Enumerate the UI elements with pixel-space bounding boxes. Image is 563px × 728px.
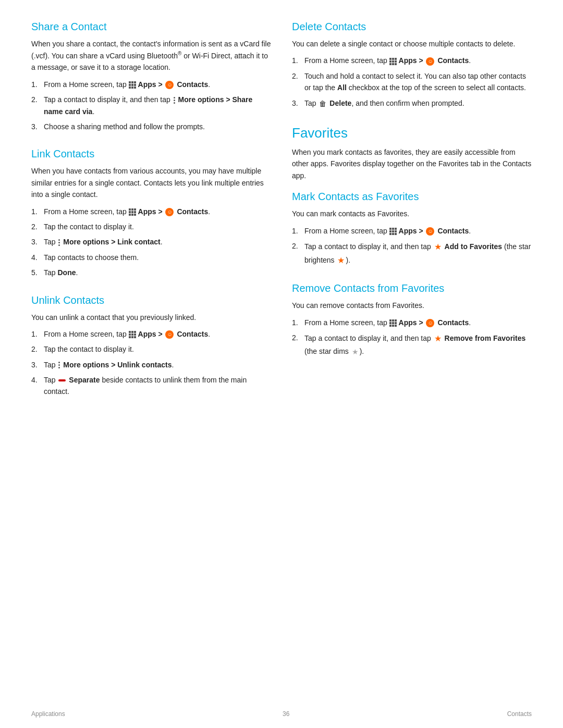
share-contact-intro: When you share a contact, the contact's … (31, 38, 271, 73)
share-step-3: 3. Choose a sharing method and follow th… (31, 121, 271, 132)
contacts-icon: ☺ (165, 330, 174, 339)
link-contacts-title: Link Contacts (31, 148, 271, 160)
apps-icon (129, 331, 136, 338)
unlink-contacts-intro: You can unlink a contact that you previo… (31, 312, 271, 323)
share-contact-section: Share a Contact When you share a contact… (31, 21, 271, 132)
footer-right: Contacts (507, 710, 532, 718)
apps-icon (389, 228, 397, 235)
unlink-step-4: 4. Tap Separate beside contacts to unlin… (31, 374, 271, 398)
link-step-4: 4. Tap contacts to choose them. (31, 252, 271, 263)
share-contact-title: Share a Contact (31, 21, 271, 33)
trash-icon: 🗑 (319, 98, 326, 109)
apps-icon (129, 81, 136, 89)
right-column: Delete Contacts You can delete a single … (292, 21, 532, 413)
delete-contacts-intro: You can delete a single contact or choos… (292, 38, 532, 50)
unlink-contacts-title: Unlink Contacts (31, 294, 271, 306)
minus-icon (58, 379, 66, 381)
favorites-section: Favorites When you mark contacts as favo… (292, 125, 532, 357)
delete-contacts-title: Delete Contacts (292, 21, 532, 33)
unlink-step-2: 2. Tap the contact to display it. (31, 343, 271, 355)
remove-favorites-intro: You can remove contacts from Favorites. (292, 300, 532, 311)
contacts-icon: ☺ (165, 81, 174, 89)
link-step-5: 5. Tap Done. (31, 267, 271, 278)
delete-step-3: 3. Tap 🗑 Delete, and then confirm when p… (292, 97, 532, 109)
star-grey-icon: ★ (352, 346, 359, 357)
unlink-step-1: 1. From a Home screen, tap Apps > ☺ Cont… (31, 328, 271, 340)
link-contacts-section: Link Contacts When you have contacts fro… (31, 148, 271, 278)
delete-step-1: 1. From a Home screen, tap Apps > ☺ Cont… (292, 55, 532, 66)
contacts-icon: ☺ (165, 208, 174, 216)
mark-favorites-title: Mark Contacts as Favorites (292, 191, 532, 203)
more-options-icon (58, 239, 60, 246)
unlink-step-3: 3. Tap More options > Unlink contacts. (31, 359, 271, 371)
star-orange-icon: ★ (434, 332, 442, 346)
favorites-intro: When you mark contacts as favorites, the… (292, 146, 532, 181)
mark-favorites-intro: You can mark contacts as Favorites. (292, 208, 532, 219)
favorites-title: Favorites (292, 125, 532, 141)
remove-step-1: 1. From a Home screen, tap Apps > ☺ Cont… (292, 317, 532, 328)
unlink-contacts-section: Unlink Contacts You can unlink a contact… (31, 294, 271, 398)
contacts-icon: ☺ (426, 319, 434, 327)
mark-step-1: 1. From a Home screen, tap Apps > ☺ Cont… (292, 225, 532, 237)
link-contacts-intro: When you have contacts from various acco… (31, 165, 271, 200)
remove-favorites-section: Remove Contacts from Favorites You can r… (292, 282, 532, 357)
footer: Applications 36 Contacts (0, 710, 563, 718)
more-options-icon (174, 97, 175, 104)
mark-favorites-section: Mark Contacts as Favorites You can mark … (292, 191, 532, 267)
star-bright-icon: ★ (337, 254, 345, 267)
contacts-icon: ☺ (426, 57, 434, 66)
more-options-icon (58, 362, 60, 368)
footer-center: 36 (283, 710, 289, 718)
left-column: Share a Contact When you share a contact… (31, 21, 271, 413)
mark-step-2: 2. Tap a contact to display it, and then… (292, 240, 532, 267)
link-step-1: 1. From a Home screen, tap Apps > ☺ Cont… (31, 206, 271, 217)
link-step-3: 3. Tap More options > Link contact. (31, 236, 271, 248)
remove-favorites-title: Remove Contacts from Favorites (292, 282, 532, 294)
delete-contacts-section: Delete Contacts You can delete a single … (292, 21, 532, 109)
delete-step-2: 2. Touch and hold a contact to select it… (292, 70, 532, 94)
link-step-2: 2. Tap the contact to display it. (31, 221, 271, 232)
star-orange-icon: ★ (434, 240, 442, 254)
remove-step-2: 2. Tap a contact to display it, and then… (292, 332, 532, 357)
share-step-1: 1. From a Home screen, tap Apps > ☺ Cont… (31, 79, 271, 90)
contacts-icon: ☺ (426, 227, 434, 236)
apps-icon (389, 319, 397, 327)
footer-left: Applications (31, 710, 65, 718)
apps-icon (389, 58, 397, 65)
share-step-2: 2. Tap a contact to display it, and then… (31, 94, 271, 117)
apps-icon (129, 208, 136, 216)
